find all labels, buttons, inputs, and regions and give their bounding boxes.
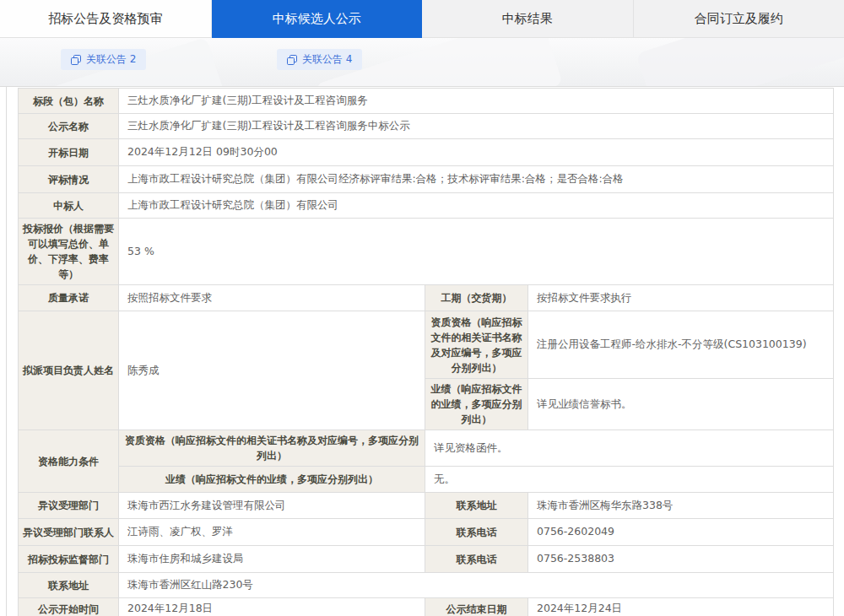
tab-winning-candidate-publicity[interactable]: 中标候选人公示 [212, 0, 423, 38]
content-panel: 标段（包）名称 三灶水质净化厂扩建(三期)工程设计及工程咨询服务 公示名称 三灶… [0, 86, 844, 616]
table-row: 质量承诺 按照招标文件要求 工期（交货期） 按招标文件要求执行 [19, 285, 834, 311]
value-evaluation: 上海市政工程设计研究总院（集团）有限公司经济标评审结果:合格；技术标评审结果:合… [119, 166, 834, 193]
tab-label: 中标结果 [502, 11, 553, 27]
tab-label: 招标公告及资格预审 [48, 11, 162, 27]
value-notice-name: 三灶水质净化厂扩建(三期)工程设计及工程咨询服务中标公示 [119, 114, 834, 139]
label-bid-open-date: 开标日期 [19, 139, 119, 166]
label-supervision-dept: 招标投标监督部门 [19, 546, 119, 573]
tab-winning-result[interactable]: 中标结果 [422, 0, 634, 38]
label-supervision-phone: 联系电话 [425, 546, 528, 573]
table-row: 标段（包）名称 三灶水质净化厂扩建(三期)工程设计及工程咨询服务 [19, 89, 834, 114]
panel-left-border [6, 87, 7, 616]
table-row: 异议受理部门联系人 江诗雨、凌广权、罗洋 联系电话 0756-2602049 [19, 519, 834, 546]
banner: 关联公告 2 关联公告 4 [0, 38, 844, 86]
label-publicity-start: 公示开始时间 [19, 598, 119, 616]
table-row: 业绩（响应招标文件的业绩，多项应分别列出） 无。 [19, 467, 834, 493]
table-row: 联系地址 珠海市香洲区红山路230号 [19, 573, 834, 598]
value-winner: 上海市政工程设计研究总院（集团）有限公司 [119, 193, 834, 219]
tab-label: 中标候选人公示 [273, 11, 361, 27]
value-project-manager: 陈秀成 [119, 311, 425, 430]
value-capability-achievement: 无。 [425, 467, 834, 493]
value-quality: 按照招标文件要求 [119, 285, 425, 311]
label-capability-qualification: 资质资格（响应招标文件的相关证书名称及对应编号，多项应分别列出） [119, 430, 425, 467]
keyboard-decoration [636, 38, 844, 86]
related-notice-label: 关联公告 2 [86, 52, 136, 67]
tab-label: 合同订立及履约 [695, 11, 783, 27]
related-notice-label: 关联公告 4 [302, 52, 352, 67]
label-section-name: 标段（包）名称 [19, 89, 119, 114]
value-publicity-end: 2024年12月24日 [528, 598, 834, 616]
value-section-name: 三灶水质净化厂扩建(三期)工程设计及工程咨询服务 [119, 89, 834, 114]
label-manager-achievement: 业绩（响应招标文件的业绩，多项应分别列出） [425, 379, 528, 430]
label-objection-dept: 异议受理部门 [19, 493, 119, 519]
value-supervision-dept: 珠海市住房和城乡建设局 [119, 546, 425, 573]
label-manager-qualification: 资质资格（响应招标文件的相关证书名称及对应编号，多项应分别列出） [425, 311, 528, 379]
label-contact-address: 联系地址 [19, 573, 119, 598]
tab-tender-announcement[interactable]: 招标公告及资格预审 [0, 0, 212, 38]
label-project-manager: 拟派项目负责人姓名 [19, 311, 119, 430]
table-row: 中标人 上海市政工程设计研究总院（集团）有限公司 [19, 193, 834, 219]
label-duration: 工期（交货期） [425, 285, 528, 311]
value-contact-address: 珠海市香洲区红山路230号 [119, 573, 834, 598]
value-bid-open-date: 2024年12月12日 09时30分00 [119, 139, 834, 166]
value-bid-price: 53 % [119, 219, 834, 285]
bid-publicity-page: { "theme": { "accent_blue": "#1668d5", "… [0, 0, 844, 616]
copy-icon [287, 55, 297, 65]
value-objection-contact: 江诗雨、凌广权、罗洋 [119, 519, 425, 546]
label-capability: 资格能力条件 [19, 430, 119, 493]
label-evaluation: 评标情况 [19, 166, 119, 193]
value-manager-achievement: 详见业绩信誉标书。 [528, 379, 834, 430]
value-objection-address: 珠海市香洲区梅华东路338号 [528, 493, 834, 519]
label-quality: 质量承诺 [19, 285, 119, 311]
label-objection-phone: 联系电话 [425, 519, 528, 546]
bid-publicity-table: 标段（包）名称 三灶水质净化厂扩建(三期)工程设计及工程咨询服务 公示名称 三灶… [18, 88, 834, 616]
tab-contract-performance[interactable]: 合同订立及履约 [634, 0, 844, 38]
table-row: 开标日期 2024年12月12日 09时30分00 [19, 139, 834, 166]
table-row: 招标投标监督部门 珠海市住房和城乡建设局 联系电话 0756-2538803 [19, 546, 834, 573]
value-supervision-phone: 0756-2538803 [528, 546, 834, 573]
table-row: 评标情况 上海市政工程设计研究总院（集团）有限公司经济标评审结果:合格；技术标评… [19, 166, 834, 193]
related-notice-link-1[interactable]: 关联公告 2 [61, 49, 146, 70]
label-capability-achievement: 业绩（响应招标文件的业绩，多项应分别列出） [119, 467, 425, 493]
table-row: 公示名称 三灶水质净化厂扩建(三期)工程设计及工程咨询服务中标公示 [19, 114, 834, 139]
table-row: 投标报价（根据需要可以填写总价、单价、下浮率、费率等） 53 % [19, 219, 834, 285]
related-notice-link-2[interactable]: 关联公告 4 [277, 49, 362, 70]
label-objection-address: 联系地址 [425, 493, 528, 519]
label-publicity-end: 公示结束日期 [425, 598, 528, 616]
label-notice-name: 公示名称 [19, 114, 119, 139]
value-capability-qualification: 详见资格函件。 [425, 430, 834, 467]
table-row: 拟派项目负责人姓名 陈秀成 资质资格（响应招标文件的相关证书名称及对应编号，多项… [19, 311, 834, 379]
table-row: 资格能力条件 资质资格（响应招标文件的相关证书名称及对应编号，多项应分别列出） … [19, 430, 834, 467]
tab-bar: 招标公告及资格预审 中标候选人公示 中标结果 合同订立及履约 [0, 0, 844, 38]
value-manager-qualification: 注册公用设备工程师-给水排水-不分等级(CS103100139) [528, 311, 834, 379]
label-objection-contact: 异议受理部门联系人 [19, 519, 119, 546]
value-objection-phone: 0756-2602049 [528, 519, 834, 546]
label-winner: 中标人 [19, 193, 119, 219]
value-duration: 按招标文件要求执行 [528, 285, 834, 311]
table-row: 公示开始时间 2024年12月18日 公示结束日期 2024年12月24日 [19, 598, 834, 616]
label-bid-price: 投标报价（根据需要可以填写总价、单价、下浮率、费率等） [19, 219, 119, 285]
table-row: 异议受理部门 珠海市西江水务建设管理有限公司 联系地址 珠海市香洲区梅华东路33… [19, 493, 834, 519]
value-publicity-start: 2024年12月18日 [119, 598, 425, 616]
value-objection-dept: 珠海市西江水务建设管理有限公司 [119, 493, 425, 519]
copy-icon [71, 55, 81, 65]
